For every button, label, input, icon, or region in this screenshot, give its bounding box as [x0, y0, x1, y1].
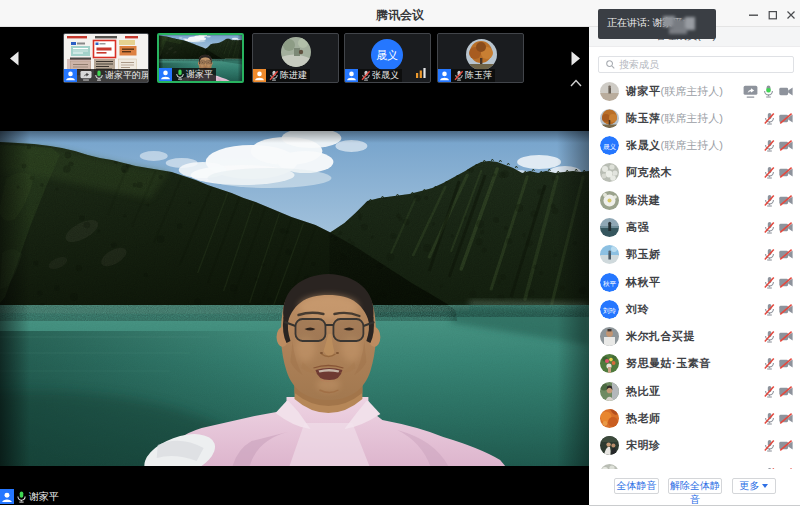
svg-text:晟义: 晟义: [603, 143, 617, 151]
svg-text:秋平: 秋平: [603, 280, 617, 287]
svg-text:刘玲: 刘玲: [603, 307, 617, 315]
